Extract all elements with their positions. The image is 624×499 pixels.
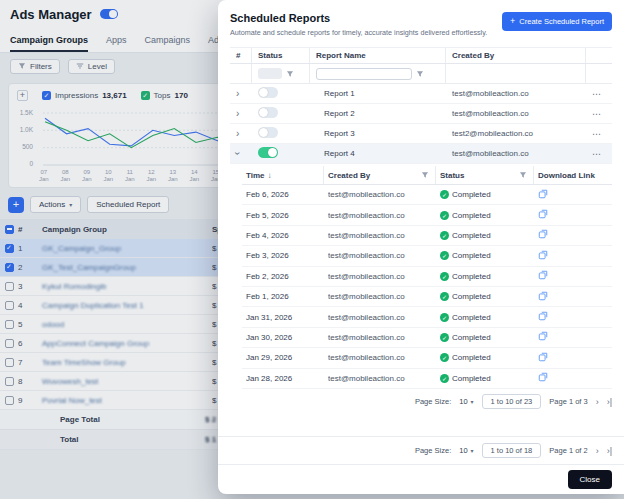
status-toggle[interactable]	[258, 127, 278, 138]
row-actions-button[interactable]: ⋯	[592, 129, 602, 139]
run-time: Jan 31, 2026	[242, 313, 324, 322]
page-size-select[interactable]: 10 ▾	[459, 446, 473, 455]
reports-table-header: # Status Report Name Created By	[230, 47, 612, 64]
download-icon[interactable]	[538, 352, 548, 362]
last-page-button[interactable]: ›|	[607, 397, 612, 407]
filter-icon[interactable]	[416, 70, 424, 78]
download-icon[interactable]	[538, 291, 548, 301]
create-scheduled-report-button[interactable]: + Create Scheduled Report	[502, 12, 612, 31]
download-icon[interactable]	[538, 209, 548, 219]
check-circle-icon: ✓	[440, 251, 449, 260]
report-created-by: test@mobileaction.co	[446, 149, 586, 158]
report-row[interactable]: › Report 2 test@mobileaction.co ⋯	[230, 104, 612, 124]
download-icon[interactable]	[538, 331, 548, 341]
run-time: Feb 4, 2026	[242, 231, 324, 240]
status-badge: ✓ Completed	[440, 374, 534, 383]
page-indicator: Page 1 of 2	[549, 446, 587, 455]
expand-chevron-icon[interactable]: ›	[236, 88, 239, 99]
run-row: Feb 4, 2026 test@mobileaction.co ✓ Compl…	[242, 226, 612, 246]
download-icon[interactable]	[538, 250, 548, 260]
run-row: Jan 30, 2026 test@mobileaction.co ✓ Comp…	[242, 328, 612, 348]
check-circle-icon: ✓	[440, 272, 449, 281]
column-header-status[interactable]: Status	[252, 48, 310, 63]
check-circle-icon: ✓	[440, 333, 449, 342]
column-header-created-by[interactable]: Created By	[328, 171, 370, 180]
column-header-download-link[interactable]: Download Link	[538, 171, 595, 180]
run-row: Jan 29, 2026 test@mobileaction.co ✓ Comp…	[242, 348, 612, 368]
reports-pagination: Page Size: 10 ▾ 1 to 10 of 18 Page 1 of …	[218, 436, 624, 464]
page-size-label: Page Size:	[415, 397, 451, 406]
page-indicator: Page 1 of 3	[549, 397, 587, 406]
filter-icon[interactable]	[286, 70, 294, 78]
download-icon[interactable]	[538, 229, 548, 239]
last-page-button[interactable]: ›|	[607, 446, 612, 456]
sort-desc-icon[interactable]: ↓	[268, 171, 272, 180]
status-badge: ✓ Completed	[440, 333, 534, 342]
run-created-by: test@mobileaction.co	[324, 251, 436, 260]
check-circle-icon: ✓	[440, 190, 449, 199]
column-header-num[interactable]: #	[230, 48, 252, 63]
run-created-by: test@mobileaction.co	[324, 333, 436, 342]
report-name-filter-input[interactable]	[316, 68, 412, 80]
runs-pagination: Page Size: 10 ▾ 1 to 10 of 23 Page 1 of …	[242, 389, 612, 415]
download-icon[interactable]	[538, 189, 548, 199]
chevron-down-icon: ▾	[471, 398, 474, 405]
expand-chevron-icon[interactable]: ›	[232, 152, 243, 155]
expand-chevron-icon[interactable]: ›	[236, 128, 239, 139]
report-name[interactable]: Report 1	[310, 89, 446, 98]
report-row[interactable]: › Report 4 test@mobileaction.co ⋯	[230, 144, 612, 164]
check-circle-icon: ✓	[440, 374, 449, 383]
modal-title: Scheduled Reports	[230, 12, 487, 24]
run-time: Feb 3, 2026	[242, 251, 324, 260]
status-toggle[interactable]	[258, 87, 278, 98]
download-icon[interactable]	[538, 311, 548, 321]
column-header-actions	[586, 48, 612, 63]
download-icon[interactable]	[538, 270, 548, 280]
column-header-created-by[interactable]: Created By	[446, 48, 586, 63]
run-time: Jan 29, 2026	[242, 353, 324, 362]
filter-icon[interactable]	[421, 171, 429, 179]
report-name[interactable]: Report 2	[310, 109, 446, 118]
report-name[interactable]: Report 4	[310, 149, 446, 158]
status-badge: ✓ Completed	[440, 353, 534, 362]
row-actions-button[interactable]: ⋯	[592, 109, 602, 119]
status-badge: ✓ Completed	[440, 251, 534, 260]
report-created-by: test@mobileaction.co	[446, 109, 586, 118]
next-page-button[interactable]: ›	[596, 397, 599, 407]
runs-table-header: Time↓ Created By Status Download Link	[242, 166, 612, 185]
column-header-time[interactable]: Time	[246, 171, 265, 180]
filter-icon[interactable]	[519, 171, 527, 179]
page-size-select[interactable]: 10 ▾	[459, 397, 473, 406]
run-time: Feb 1, 2026	[242, 292, 324, 301]
run-created-by: test@mobileaction.co	[324, 211, 436, 220]
row-range: 1 to 10 of 18	[482, 443, 542, 458]
run-row: Feb 2, 2026 test@mobileaction.co ✓ Compl…	[242, 267, 612, 287]
run-created-by: test@mobileaction.co	[324, 313, 436, 322]
run-created-by: test@mobileaction.co	[324, 292, 436, 301]
download-icon[interactable]	[538, 372, 548, 382]
expand-chevron-icon[interactable]: ›	[236, 108, 239, 119]
run-row: Feb 5, 2026 test@mobileaction.co ✓ Compl…	[242, 205, 612, 225]
report-runs-table: Time↓ Created By Status Download Link Fe…	[242, 166, 612, 415]
check-circle-icon: ✓	[440, 313, 449, 322]
report-name[interactable]: Report 3	[310, 129, 446, 138]
check-circle-icon: ✓	[440, 353, 449, 362]
close-button[interactable]: Close	[568, 470, 612, 489]
next-page-button[interactable]: ›	[596, 446, 599, 456]
report-row[interactable]: › Report 1 test@mobileaction.co ⋯	[230, 84, 612, 104]
report-created-by: test@mobileaction.co	[446, 89, 586, 98]
plus-icon: +	[510, 18, 515, 25]
column-header-report-name[interactable]: Report Name	[310, 48, 446, 63]
status-filter-input[interactable]	[258, 68, 282, 79]
run-row: Feb 6, 2026 test@mobileaction.co ✓ Compl…	[242, 185, 612, 205]
status-toggle[interactable]	[258, 147, 278, 158]
check-circle-icon: ✓	[440, 292, 449, 301]
row-actions-button[interactable]: ⋯	[592, 89, 602, 99]
status-badge: ✓ Completed	[440, 190, 534, 199]
status-toggle[interactable]	[258, 107, 278, 118]
status-badge: ✓ Completed	[440, 313, 534, 322]
report-created-by: test2@mobileaction.co	[446, 129, 586, 138]
column-header-status[interactable]: Status	[440, 171, 464, 180]
row-actions-button[interactable]: ⋯	[592, 149, 602, 159]
report-row[interactable]: › Report 3 test2@mobileaction.co ⋯	[230, 124, 612, 144]
